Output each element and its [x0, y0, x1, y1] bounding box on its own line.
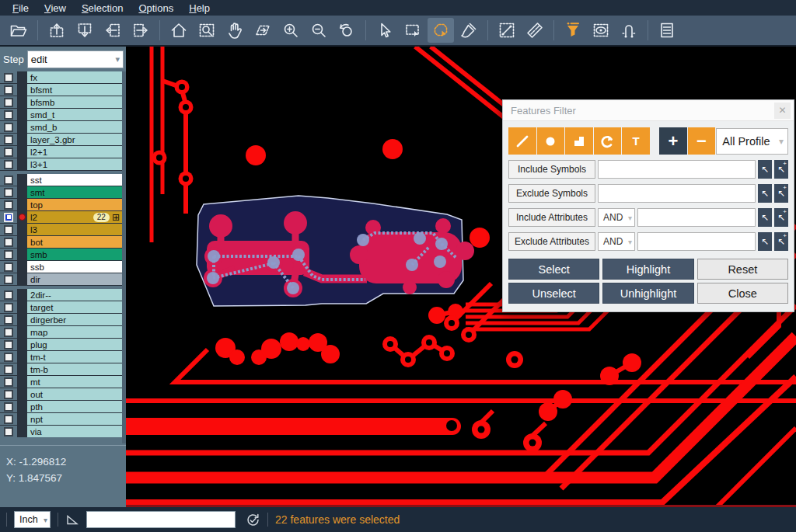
loop-button[interactable] [616, 18, 642, 43]
layer-name[interactable]: plug [27, 339, 122, 350]
filter-surfaces-button[interactable] [565, 127, 593, 155]
layer-checkbox[interactable] [4, 275, 13, 284]
dialog-title-bar[interactable]: Features Filter ✕ [503, 100, 794, 121]
layer-row-l2[interactable]: l222⊞ [0, 211, 126, 223]
layer-checkbox[interactable] [4, 85, 13, 95]
command-input[interactable] [86, 511, 236, 528]
layer-checkbox[interactable] [4, 402, 13, 412]
layer-name[interactable]: dir [27, 273, 122, 285]
layer-checkbox[interactable] [4, 213, 13, 222]
layer-name[interactable]: l222⊞ [27, 211, 122, 223]
layer-row-l3[interactable]: l3 [0, 224, 126, 235]
layer-checkbox[interactable] [4, 315, 13, 325]
layer-name[interactable]: smd_t [27, 109, 122, 120]
exclude-attributes-input[interactable] [637, 232, 756, 251]
layer-checkbox[interactable] [4, 353, 13, 362]
layer-checkbox[interactable] [4, 390, 13, 399]
layer-checkbox[interactable] [4, 110, 13, 120]
layer-name[interactable]: sst [27, 174, 122, 186]
layer-name[interactable]: dirgerber [27, 314, 122, 325]
layer-row-smt[interactable]: smt [0, 186, 126, 198]
layer-checkbox[interactable] [4, 73, 13, 82]
open-button[interactable] [5, 18, 32, 43]
select-polygon-button[interactable] [428, 18, 454, 43]
layer-checkbox[interactable] [4, 365, 13, 374]
layer-name[interactable]: bot [27, 236, 122, 248]
highlight-button[interactable]: Highlight [602, 259, 693, 280]
and-or-select[interactable]: AND▾ [598, 232, 635, 251]
layer-checkbox[interactable] [4, 427, 13, 436]
layer-name[interactable]: out [27, 388, 122, 400]
select-pointer-button[interactable] [372, 18, 398, 43]
pan-right-button[interactable] [127, 18, 154, 43]
layer-row-mt[interactable]: mt [0, 376, 126, 388]
pick-arrow-add-button[interactable]: ↖+ [774, 232, 788, 251]
layer-name[interactable]: smb [27, 249, 122, 260]
menu-item-help[interactable]: Help [181, 2, 218, 15]
layer-name[interactable]: smd_b [27, 121, 122, 133]
layer-name[interactable]: bfsmt [27, 84, 122, 96]
layer-row-bfsmb[interactable]: bfsmb [0, 96, 126, 108]
include-attributes-input[interactable] [637, 208, 756, 227]
layer-row-target[interactable]: target [0, 301, 126, 313]
pan-down-button[interactable] [72, 18, 98, 43]
zoom-in-button[interactable] [278, 18, 304, 43]
filter-arcs-button[interactable] [594, 127, 622, 155]
pan-left-button[interactable] [100, 18, 126, 43]
layer-name[interactable]: pth [27, 401, 122, 412]
unhighlight-button[interactable]: Unhighlight [602, 283, 693, 304]
layer-row-sst[interactable]: sst [0, 174, 126, 186]
menu-item-options[interactable]: Options [131, 2, 181, 15]
include-symbols-button[interactable]: Include Symbols [508, 160, 595, 179]
layer-row-via[interactable]: via [0, 426, 126, 437]
layer-name[interactable]: target [27, 301, 122, 313]
layer-checkbox[interactable] [4, 290, 13, 300]
layer-row-top[interactable]: top [0, 199, 126, 210]
layer-row-bot[interactable]: bot [0, 236, 126, 248]
ruler-button[interactable] [522, 18, 548, 43]
and-or-select[interactable]: AND▾ [598, 208, 635, 227]
home-view-button[interactable] [166, 18, 192, 43]
layer-checkbox[interactable] [4, 160, 13, 169]
add-filter-button[interactable]: + [659, 127, 687, 155]
zoom-previous-button[interactable] [333, 18, 360, 43]
layer-checkbox[interactable] [4, 148, 13, 157]
layer-name[interactable]: via [27, 426, 122, 437]
layer-checkbox[interactable] [4, 377, 13, 387]
layer-row-plug[interactable]: plug [0, 339, 126, 350]
layer-row-layer_3.gbr[interactable]: layer_3.gbr [0, 134, 126, 145]
layer-name[interactable]: 2dir-- [27, 289, 122, 301]
layer-checkbox[interactable] [4, 188, 13, 197]
layer-row-dirgerber[interactable]: dirgerber [0, 314, 126, 325]
layer-name[interactable]: fx [27, 71, 122, 83]
layer-row-ssb[interactable]: ssb [0, 261, 126, 273]
layer-row-2dir--[interactable]: 2dir-- [0, 289, 126, 301]
menu-item-selection[interactable]: Selection [74, 2, 131, 15]
layer-name[interactable]: smt [27, 186, 122, 198]
layer-row-out[interactable]: out [0, 388, 126, 400]
layer-checkbox[interactable] [4, 238, 13, 247]
layer-checkbox[interactable] [4, 225, 13, 235]
zoom-out-button[interactable] [305, 18, 332, 43]
layer-name[interactable]: layer_3.gbr [27, 134, 122, 145]
exclude-symbols-input[interactable] [598, 184, 756, 203]
grid-icon[interactable]: ⊞ [112, 213, 120, 222]
include-symbols-input[interactable] [598, 160, 756, 179]
measure-distance-button[interactable] [494, 18, 520, 43]
features-filter-button[interactable] [560, 18, 586, 43]
pick-arrow-add-button[interactable]: ↖+ [774, 208, 788, 227]
menu-item-file[interactable]: File [5, 2, 37, 15]
layer-row-tm-b[interactable]: tm-b [0, 363, 126, 375]
layer-row-smb[interactable]: smb [0, 249, 126, 260]
layer-row-l2+1[interactable]: l2+1 [0, 146, 126, 158]
menu-item-view[interactable]: View [37, 2, 74, 15]
profile-select[interactable]: All Profile▾ [716, 128, 788, 155]
layer-name[interactable]: mt [27, 376, 122, 388]
layer-row-tm-t[interactable]: tm-t [0, 351, 126, 363]
layer-checkbox[interactable] [4, 340, 13, 349]
layer-checkbox[interactable] [4, 263, 13, 272]
layer-checkbox[interactable] [4, 176, 13, 185]
include-attributes-button[interactable]: Include Attributes [508, 208, 595, 227]
pan-hand-button[interactable] [222, 18, 248, 43]
layer-name[interactable]: l3 [27, 224, 122, 235]
